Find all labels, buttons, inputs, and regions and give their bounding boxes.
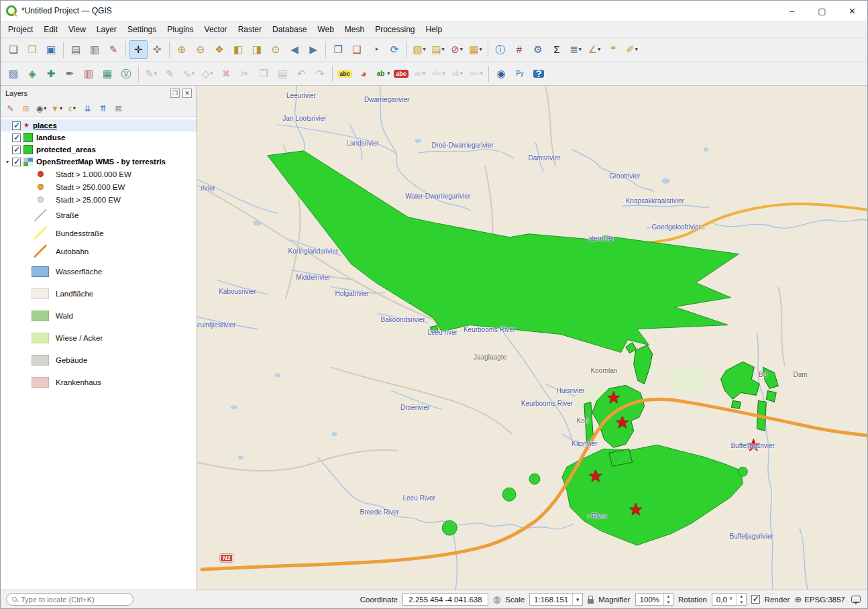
zoom-full-extent-button[interactable]: ❖ [211,41,228,58]
menu-edit[interactable]: Edit [38,23,63,36]
measure-button[interactable]: ∠▾ [586,41,603,58]
zoom-last-button[interactable]: ◀ [286,41,303,58]
messages-icon[interactable] [851,596,861,603]
new-map-view-button[interactable]: ❐ [329,41,347,58]
open-project-button[interactable]: ❒ [23,41,41,58]
annotations-button[interactable]: ✐▾ [623,41,641,58]
extents-icon[interactable]: ◎ [493,594,500,604]
field-calculator-button[interactable]: # [510,41,528,58]
maximize-button[interactable]: ▢ [807,1,837,21]
new-geopackage-layer-button[interactable]: ◈ [23,65,41,82]
new-shapefile-layer-button[interactable]: ✚ [42,65,60,82]
menu-web[interactable]: Web [312,23,339,36]
spin-down-icon[interactable] [737,600,746,606]
select-features-button[interactable]: ▧▾ [411,41,428,58]
new-virtual-layer-button[interactable]: Ⓥ [117,65,135,82]
new-print-layout-button[interactable]: ▤ [67,41,85,58]
map-canvas[interactable] [197,86,867,590]
style-manager-button[interactable]: ✎ [105,41,122,58]
layer-visibility-checkbox[interactable] [12,133,21,142]
layer-visibility-checkbox[interactable] [12,146,21,154]
rotation-spinbox[interactable]: 0,0 ° [712,593,747,606]
add-group-button[interactable]: ⊞ [19,101,33,115]
spin-up-icon[interactable] [664,594,673,600]
close-panel-button[interactable]: ✕ [182,89,192,98]
save-project-button[interactable]: ▣ [42,41,60,58]
menu-settings[interactable]: Settings [122,23,162,36]
scale-dropdown-arrow-icon[interactable] [572,594,582,605]
layer-item-openstreetmap-wms-by-terrestris[interactable]: OpenStreetMap WMS - by terrestris [1,156,197,168]
menu-processing[interactable]: Processing [370,23,420,36]
new-temporary-scratch-layer-button[interactable]: ▥ [80,65,97,82]
layer-item-places[interactable]: ★places [1,119,197,131]
temporal-controller-button[interactable]: ◔ [367,41,384,58]
new-project-button[interactable]: ❏ [5,41,22,58]
expand-arrow-icon[interactable] [3,159,12,165]
measure-icon: ∠ [588,44,597,54]
new-spatialite-layer-button[interactable]: ✒ [61,65,78,82]
help-button[interactable]: ? [530,65,547,82]
scale-combobox[interactable]: 1:168.151 [529,593,583,606]
magnifier-spin-arrows[interactable] [663,594,673,605]
manage-map-themes-button[interactable]: ◉▾ [34,101,48,115]
pin-labels-button[interactable]: ab▾ [374,65,391,82]
menu-project[interactable]: Project [3,23,38,36]
render-checkbox[interactable] [751,595,760,604]
select-by-location-button[interactable]: ▦▾ [467,41,484,58]
lock-scale-icon[interactable] [588,599,594,604]
float-panel-button[interactable]: ❐ [170,89,180,98]
menu-raster[interactable]: Raster [233,23,267,36]
metasearch-button[interactable]: ◉ [492,65,510,82]
menu-plugins[interactable]: Plugins [162,23,199,36]
zoom-out-button[interactable]: ⊖ [192,41,209,58]
zoom-to-selection-button[interactable]: ◧ [229,41,247,58]
filter-legend-button[interactable]: ▼▾ [50,101,64,115]
select-features-by-value-button[interactable]: ▤▾ [429,41,447,58]
close-button[interactable]: ✕ [837,1,867,21]
menu-mesh[interactable]: Mesh [339,23,370,36]
identify-features-button[interactable]: ⓘ [492,41,509,58]
deselect-features-button[interactable]: ⊘▾ [448,41,466,58]
new-mesh-layer-button[interactable]: ▦ [99,65,116,82]
spin-down-icon[interactable] [664,600,673,606]
menu-help[interactable]: Help [421,23,448,36]
locate-search[interactable]: Type to locate (Ctrl+K) [6,593,133,606]
zoom-in-button[interactable]: ⊕ [173,41,191,58]
processing-toolbox-button[interactable]: ⚙ [529,41,547,58]
filter-by-expression-button[interactable]: ε▾ [65,101,79,115]
collapse-all-button[interactable]: ⇈ [96,101,110,115]
menu-database[interactable]: Database [267,23,312,36]
layer-item-protected-areas[interactable]: protected_areas [1,144,197,156]
layer-visibility-checkbox[interactable] [12,121,21,130]
pan-to-selection-button[interactable]: ✜ [148,41,166,58]
layer-diagram-options-button[interactable]: ◕ [355,65,372,82]
layer-visibility-checkbox[interactable] [12,158,21,166]
python-console-button[interactable]: Py [511,65,529,82]
pan-map-button[interactable]: ✛ [129,41,147,58]
rotation-spin-arrows[interactable] [737,594,746,605]
expand-all-button[interactable]: ⇊ [80,101,95,115]
map-tips-button[interactable]: ❝ [604,41,622,58]
remove-layer-button[interactable]: ⊠ [111,101,125,115]
layer-item-landuse[interactable]: landuse [1,131,197,144]
menu-view[interactable]: View [63,23,91,36]
layer-labeling-options-button[interactable]: abc [336,65,354,82]
menu-vector[interactable]: Vector [199,23,233,36]
zoom-native-resolution-button[interactable]: ⊙ [267,41,284,58]
open-attribute-table-button[interactable]: ≣▾ [567,41,584,58]
open-layer-styling-button[interactable]: ✎ [3,101,17,115]
zoom-next-button[interactable]: ▶ [305,41,322,58]
minimize-button[interactable]: – [777,1,807,21]
new-3d-map-view-button[interactable]: ❑ [348,41,366,58]
menu-layer[interactable]: Layer [91,23,122,36]
data-source-manager-button[interactable]: ▨ [5,65,22,82]
spin-up-icon[interactable] [737,594,746,600]
coordinate-field[interactable]: 2.255.454 -4.041.638 [402,593,488,606]
highlight-pinned-labels-button[interactable]: abc [392,65,410,82]
zoom-to-layer-button[interactable]: ◨ [248,41,266,58]
refresh-map-button[interactable]: ⟳ [386,41,403,58]
crs-status[interactable]: ⊕ EPSG:3857 [794,594,845,604]
statistical-summary-button[interactable]: Σ [548,41,565,58]
show-layout-manager-button[interactable]: ▥ [86,41,103,58]
magnifier-spinbox[interactable]: 100% [635,593,673,606]
